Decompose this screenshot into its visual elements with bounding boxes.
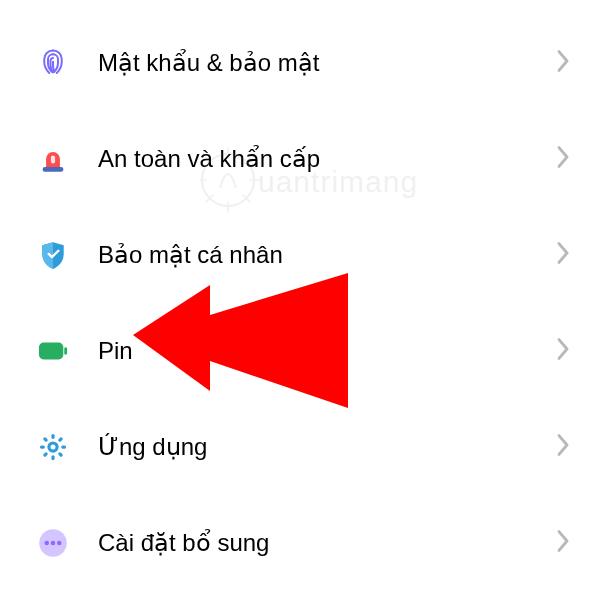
svg-rect-10 bbox=[43, 452, 49, 458]
chevron-right-icon bbox=[556, 49, 570, 77]
security-shield-icon bbox=[38, 240, 68, 270]
svg-rect-1 bbox=[51, 156, 55, 164]
settings-item-additional-settings[interactable]: Cài đặt bổ sung bbox=[0, 495, 600, 591]
chevron-right-icon bbox=[556, 145, 570, 173]
more-icon bbox=[38, 528, 68, 558]
svg-point-15 bbox=[45, 541, 50, 546]
settings-item-label: Pin bbox=[98, 337, 556, 365]
svg-rect-8 bbox=[61, 445, 66, 448]
svg-rect-5 bbox=[51, 434, 54, 439]
battery-icon bbox=[38, 336, 68, 366]
svg-rect-12 bbox=[58, 452, 64, 458]
svg-point-17 bbox=[57, 541, 62, 546]
fingerprint-icon bbox=[38, 48, 68, 78]
settings-item-safety-emergency[interactable]: An toàn và khẩn cấp bbox=[0, 111, 600, 207]
svg-rect-2 bbox=[39, 343, 63, 360]
svg-rect-6 bbox=[51, 455, 54, 460]
settings-item-applications[interactable]: Ứng dụng bbox=[0, 399, 600, 495]
settings-item-privacy-security[interactable]: Bảo mật cá nhân bbox=[0, 207, 600, 303]
svg-rect-3 bbox=[64, 347, 67, 355]
settings-item-label: An toàn và khẩn cấp bbox=[98, 145, 556, 173]
chevron-right-icon bbox=[556, 337, 570, 365]
svg-rect-0 bbox=[43, 167, 64, 172]
svg-rect-11 bbox=[43, 437, 49, 443]
settings-list: Mật khẩu & bảo mật An toàn và khẩn cấp B… bbox=[0, 0, 600, 591]
emergency-icon bbox=[38, 144, 68, 174]
svg-rect-7 bbox=[40, 445, 45, 448]
settings-item-password-security[interactable]: Mật khẩu & bảo mật bbox=[0, 15, 600, 111]
chevron-right-icon bbox=[556, 433, 570, 461]
chevron-right-icon bbox=[556, 241, 570, 269]
settings-item-label: Ứng dụng bbox=[98, 433, 556, 461]
settings-item-label: Bảo mật cá nhân bbox=[98, 241, 556, 269]
settings-item-label: Mật khẩu & bảo mật bbox=[98, 49, 556, 77]
svg-rect-9 bbox=[58, 437, 64, 443]
settings-item-label: Cài đặt bổ sung bbox=[98, 529, 556, 557]
chevron-right-icon bbox=[556, 529, 570, 557]
svg-point-16 bbox=[51, 541, 56, 546]
settings-item-battery[interactable]: Pin bbox=[0, 303, 600, 399]
apps-gear-icon bbox=[38, 432, 68, 462]
svg-point-13 bbox=[51, 445, 56, 450]
